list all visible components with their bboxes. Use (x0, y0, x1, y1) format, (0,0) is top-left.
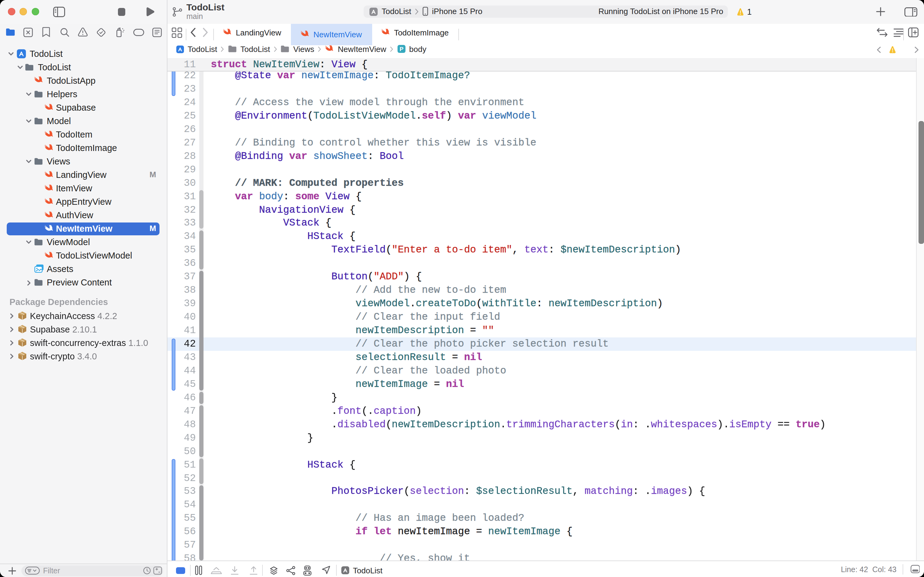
svg-text:P: P (399, 46, 403, 52)
